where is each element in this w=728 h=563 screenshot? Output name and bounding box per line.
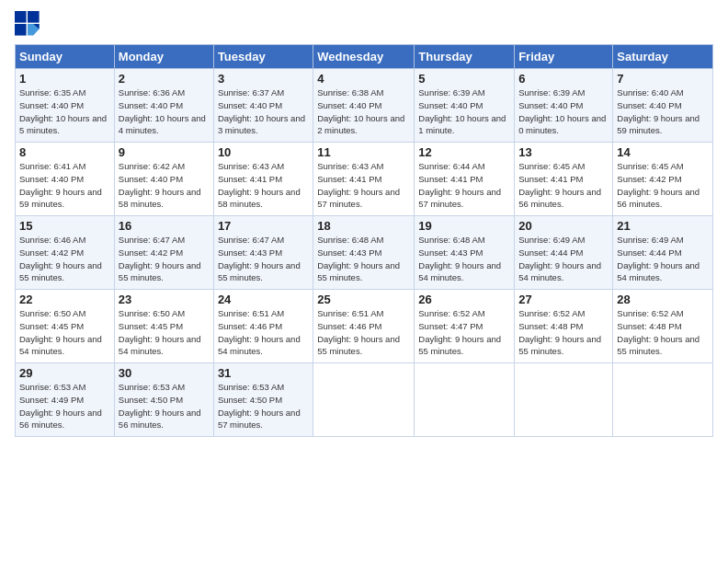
day-info: Sunrise: 6:52 AM Sunset: 4:48 PM Dayligh…: [617, 307, 709, 358]
day-number: 12: [418, 145, 510, 159]
day-number: 30: [119, 366, 210, 380]
day-number: 2: [119, 72, 210, 86]
day-number: 7: [617, 72, 709, 86]
calendar-cell: 31Sunrise: 6:53 AM Sunset: 4:50 PM Dayli…: [213, 363, 313, 437]
calendar-cell: 27Sunrise: 6:52 AM Sunset: 4:48 PM Dayli…: [515, 290, 613, 363]
day-number: 28: [617, 293, 709, 306]
calendar-cell: [415, 363, 515, 437]
day-number: 23: [119, 293, 210, 306]
day-number: 20: [518, 219, 609, 233]
calendar-week-row: 29Sunrise: 6:53 AM Sunset: 4:49 PM Dayli…: [16, 363, 713, 437]
calendar-cell: 8Sunrise: 6:41 AM Sunset: 4:40 PM Daylig…: [16, 143, 115, 216]
day-info: Sunrise: 6:44 AM Sunset: 4:41 PM Dayligh…: [418, 160, 510, 211]
calendar-table: Sunday Monday Tuesday Wednesday Thursday…: [15, 44, 713, 437]
col-wednesday: Wednesday: [313, 45, 415, 69]
calendar-cell: 29Sunrise: 6:53 AM Sunset: 4:49 PM Dayli…: [16, 363, 115, 437]
day-number: 13: [518, 145, 609, 159]
calendar-cell: 21Sunrise: 6:49 AM Sunset: 4:44 PM Dayli…: [613, 216, 713, 290]
day-number: 14: [617, 145, 709, 159]
calendar-cell: 28Sunrise: 6:52 AM Sunset: 4:48 PM Dayli…: [613, 290, 713, 363]
day-number: 18: [317, 219, 410, 233]
day-info: Sunrise: 6:47 AM Sunset: 4:43 PM Dayligh…: [218, 234, 309, 284]
col-sunday: Sunday: [16, 45, 115, 69]
calendar-cell: [313, 363, 415, 437]
day-number: 4: [317, 72, 410, 86]
day-info: Sunrise: 6:45 AM Sunset: 4:41 PM Dayligh…: [518, 160, 609, 211]
day-info: Sunrise: 6:39 AM Sunset: 4:40 PM Dayligh…: [418, 86, 510, 137]
logo-icon: [15, 11, 40, 37]
day-number: 9: [119, 145, 210, 159]
calendar-cell: 13Sunrise: 6:45 AM Sunset: 4:41 PM Dayli…: [515, 143, 613, 216]
calendar-cell: 1Sunrise: 6:35 AM Sunset: 4:40 PM Daylig…: [16, 69, 115, 143]
calendar-cell: 23Sunrise: 6:50 AM Sunset: 4:45 PM Dayli…: [114, 290, 213, 363]
calendar-cell: 11Sunrise: 6:43 AM Sunset: 4:41 PM Dayli…: [313, 143, 415, 216]
calendar-cell: 25Sunrise: 6:51 AM Sunset: 4:46 PM Dayli…: [313, 290, 415, 363]
calendar-cell: 6Sunrise: 6:39 AM Sunset: 4:40 PM Daylig…: [515, 69, 613, 143]
calendar-cell: 16Sunrise: 6:47 AM Sunset: 4:42 PM Dayli…: [114, 216, 213, 290]
calendar-cell: 15Sunrise: 6:46 AM Sunset: 4:42 PM Dayli…: [16, 216, 115, 290]
calendar-week-row: 1Sunrise: 6:35 AM Sunset: 4:40 PM Daylig…: [16, 69, 713, 143]
day-number: 11: [317, 145, 410, 159]
day-info: Sunrise: 6:53 AM Sunset: 4:50 PM Dayligh…: [218, 381, 309, 431]
day-number: 3: [218, 72, 309, 86]
col-monday: Monday: [114, 45, 213, 69]
day-number: 8: [19, 145, 110, 159]
svg-rect-2: [15, 24, 27, 36]
calendar-cell: 7Sunrise: 6:40 AM Sunset: 4:40 PM Daylig…: [613, 69, 713, 143]
day-info: Sunrise: 6:49 AM Sunset: 4:44 PM Dayligh…: [518, 234, 609, 284]
day-number: 25: [317, 293, 410, 306]
col-friday: Friday: [515, 45, 613, 69]
calendar-body: 1Sunrise: 6:35 AM Sunset: 4:40 PM Daylig…: [16, 69, 713, 437]
day-number: 29: [19, 366, 110, 380]
day-info: Sunrise: 6:50 AM Sunset: 4:45 PM Dayligh…: [19, 307, 110, 358]
calendar-cell: 10Sunrise: 6:43 AM Sunset: 4:41 PM Dayli…: [213, 143, 313, 216]
calendar-cell: [613, 363, 713, 437]
day-info: Sunrise: 6:48 AM Sunset: 4:43 PM Dayligh…: [317, 234, 410, 284]
day-number: 15: [19, 219, 110, 233]
day-number: 21: [617, 219, 709, 233]
svg-rect-1: [28, 11, 40, 23]
header-row: Sunday Monday Tuesday Wednesday Thursday…: [16, 45, 713, 69]
calendar-cell: 22Sunrise: 6:50 AM Sunset: 4:45 PM Dayli…: [16, 290, 115, 363]
calendar-cell: 26Sunrise: 6:52 AM Sunset: 4:47 PM Dayli…: [415, 290, 515, 363]
day-info: Sunrise: 6:50 AM Sunset: 4:45 PM Dayligh…: [119, 307, 210, 358]
day-number: 26: [418, 293, 510, 306]
calendar-header: Sunday Monday Tuesday Wednesday Thursday…: [16, 45, 713, 69]
calendar-cell: 19Sunrise: 6:48 AM Sunset: 4:43 PM Dayli…: [415, 216, 515, 290]
day-number: 1: [19, 72, 110, 86]
day-number: 6: [518, 72, 609, 86]
day-info: Sunrise: 6:39 AM Sunset: 4:40 PM Dayligh…: [518, 86, 609, 137]
calendar-cell: 3Sunrise: 6:37 AM Sunset: 4:40 PM Daylig…: [213, 69, 313, 143]
day-info: Sunrise: 6:51 AM Sunset: 4:46 PM Dayligh…: [317, 307, 410, 358]
calendar-cell: 2Sunrise: 6:36 AM Sunset: 4:40 PM Daylig…: [114, 69, 213, 143]
page-container: Sunday Monday Tuesday Wednesday Thursday…: [0, 0, 728, 444]
calendar-cell: 20Sunrise: 6:49 AM Sunset: 4:44 PM Dayli…: [515, 216, 613, 290]
day-number: 5: [418, 72, 510, 86]
calendar-cell: 9Sunrise: 6:42 AM Sunset: 4:40 PM Daylig…: [114, 143, 213, 216]
day-info: Sunrise: 6:51 AM Sunset: 4:46 PM Dayligh…: [218, 307, 309, 358]
day-info: Sunrise: 6:43 AM Sunset: 4:41 PM Dayligh…: [317, 160, 410, 211]
day-info: Sunrise: 6:48 AM Sunset: 4:43 PM Dayligh…: [418, 234, 510, 284]
svg-rect-0: [15, 11, 27, 23]
day-number: 17: [218, 219, 309, 233]
day-info: Sunrise: 6:42 AM Sunset: 4:40 PM Dayligh…: [119, 160, 210, 211]
day-number: 31: [218, 366, 309, 380]
day-info: Sunrise: 6:47 AM Sunset: 4:42 PM Dayligh…: [119, 234, 210, 284]
calendar-week-row: 15Sunrise: 6:46 AM Sunset: 4:42 PM Dayli…: [16, 216, 713, 290]
day-info: Sunrise: 6:49 AM Sunset: 4:44 PM Dayligh…: [617, 234, 709, 284]
day-info: Sunrise: 6:53 AM Sunset: 4:49 PM Dayligh…: [19, 381, 110, 431]
col-thursday: Thursday: [415, 45, 515, 69]
day-info: Sunrise: 6:46 AM Sunset: 4:42 PM Dayligh…: [19, 234, 110, 284]
calendar-cell: 14Sunrise: 6:45 AM Sunset: 4:42 PM Dayli…: [613, 143, 713, 216]
day-number: 19: [418, 219, 510, 233]
calendar-cell: 4Sunrise: 6:38 AM Sunset: 4:40 PM Daylig…: [313, 69, 415, 143]
day-info: Sunrise: 6:53 AM Sunset: 4:50 PM Dayligh…: [119, 381, 210, 431]
col-tuesday: Tuesday: [213, 45, 313, 69]
day-info: Sunrise: 6:35 AM Sunset: 4:40 PM Dayligh…: [19, 86, 110, 137]
calendar-cell: 18Sunrise: 6:48 AM Sunset: 4:43 PM Dayli…: [313, 216, 415, 290]
calendar-cell: 5Sunrise: 6:39 AM Sunset: 4:40 PM Daylig…: [415, 69, 515, 143]
col-saturday: Saturday: [613, 45, 713, 69]
day-info: Sunrise: 6:41 AM Sunset: 4:40 PM Dayligh…: [19, 160, 110, 211]
day-number: 10: [218, 145, 309, 159]
calendar-week-row: 22Sunrise: 6:50 AM Sunset: 4:45 PM Dayli…: [16, 290, 713, 363]
